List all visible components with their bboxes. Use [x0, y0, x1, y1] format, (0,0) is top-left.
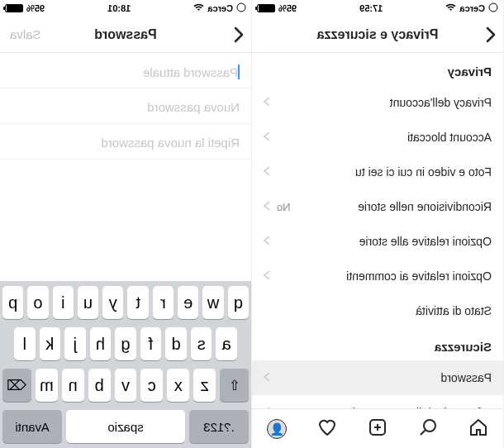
key-q[interactable]: q — [228, 286, 249, 319]
activity-tab-icon[interactable] — [317, 417, 337, 441]
placeholder-text: Ripeti la nuova password — [101, 136, 240, 150]
battery-icon — [257, 4, 275, 12]
row-label: Privacy dell'account — [390, 96, 492, 109]
key-t[interactable]: t — [128, 286, 149, 319]
row-saved-login[interactable]: Informazioni di accesso salvate — [252, 395, 503, 408]
search-tab-icon[interactable] — [418, 417, 438, 441]
location-icon — [488, 2, 498, 14]
chevron-right-icon — [264, 201, 270, 213]
battery-pct: 95% — [278, 3, 297, 13]
key-b[interactable]: b — [88, 369, 111, 402]
key-p[interactable]: p — [2, 286, 23, 319]
key-s[interactable]: s — [191, 327, 212, 360]
page-title: Password — [94, 27, 157, 42]
chevron-right-icon — [264, 131, 270, 144]
key-f[interactable]: f — [140, 327, 162, 360]
text-caret — [238, 64, 240, 79]
key-k[interactable]: k — [40, 327, 61, 360]
chevron-right-icon — [264, 372, 270, 384]
svg-point-1 — [424, 420, 435, 431]
key-z[interactable]: z — [193, 369, 216, 402]
row-story-options[interactable]: Opzioni relative alle storie — [252, 224, 503, 259]
carrier-label: Cerca — [459, 3, 485, 13]
key-d[interactable]: d — [165, 327, 187, 360]
status-time: 18:01 — [107, 3, 131, 13]
key-shift[interactable]: ⇧ — [220, 369, 249, 402]
key-y[interactable]: y — [102, 286, 123, 319]
key-next[interactable]: Avanti — [2, 410, 62, 443]
key-h[interactable]: h — [90, 327, 112, 360]
home-tab-icon[interactable] — [468, 417, 488, 441]
wifi-icon — [445, 3, 456, 13]
back-button[interactable] — [233, 26, 245, 43]
key-l[interactable]: l — [14, 327, 36, 360]
row-privacy-account[interactable]: Privacy dell'account — [252, 85, 503, 120]
key-numbers[interactable]: .?123 — [189, 410, 249, 443]
chevron-right-icon — [264, 97, 270, 109]
save-button[interactable]: Salva — [10, 27, 41, 41]
wifi-icon — [193, 3, 204, 13]
section-header-privacy: Privacy — [252, 53, 503, 85]
add-tab-icon[interactable] — [368, 417, 388, 441]
nav-header: Password Salva — [0, 17, 251, 53]
current-password-field[interactable]: Password attuale — [0, 53, 251, 88]
key-i[interactable]: i — [53, 286, 74, 319]
key-n[interactable]: n — [62, 369, 84, 402]
row-label: Stato di attività — [416, 304, 492, 317]
battery-icon — [5, 4, 23, 12]
status-bar: Cerca 17:59 95% — [252, 0, 503, 17]
key-j[interactable]: j — [64, 327, 86, 360]
key-m[interactable]: m — [36, 369, 58, 402]
key-v[interactable]: v — [115, 369, 137, 402]
battery-pct: 95% — [26, 3, 45, 13]
status-bar: Cerca 18:01 95% — [0, 0, 251, 17]
ios-keyboard: q w e r t y u i o p a s d f g h j k l ⇧ … — [0, 281, 251, 448]
key-u[interactable]: u — [78, 286, 98, 319]
row-blocked-accounts[interactable]: Account bloccati — [252, 120, 503, 155]
chevron-right-icon — [264, 166, 270, 179]
key-r[interactable]: r — [153, 286, 174, 319]
phone-password-screen: Cerca 18:01 95% Password Salva Password … — [0, 0, 252, 448]
password-form: Password attuale Nuova password Ripeti l… — [0, 53, 251, 281]
key-x[interactable]: x — [167, 369, 189, 402]
back-button[interactable] — [485, 26, 497, 43]
key-o[interactable]: o — [27, 286, 48, 319]
placeholder-text: Password attuale — [143, 65, 238, 79]
row-label: Password — [441, 371, 492, 384]
phone-privacy-screen: Cerca 17:59 95% Privacy e sicurezza Priv… — [252, 0, 504, 448]
row-label: Account bloccati — [407, 131, 492, 144]
settings-content: Privacy Privacy dell'account Account blo… — [252, 53, 503, 408]
row-label: Opzioni relative alle storie — [359, 235, 492, 248]
key-backspace[interactable]: ⌫ — [2, 369, 31, 402]
row-password[interactable]: Password — [252, 360, 503, 395]
nav-header: Privacy e sicurezza — [252, 17, 503, 53]
carrier-label: Cerca — [207, 3, 233, 13]
row-label: Ricondivisione nelle storie — [358, 200, 492, 213]
page-title: Privacy e sicurezza — [317, 27, 439, 42]
chevron-right-icon — [264, 236, 270, 248]
svg-point-0 — [489, 3, 497, 12]
key-a[interactable]: a — [216, 327, 237, 360]
placeholder-text: Nuova password — [147, 100, 240, 114]
profile-tab-avatar[interactable]: 👤 — [267, 419, 287, 439]
section-header-sicurezza: Sicurezza — [252, 328, 503, 360]
key-w[interactable]: w — [202, 286, 223, 319]
row-trailing: No — [277, 201, 291, 213]
row-photos-of-you[interactable]: Foto e video in cui ci sei tu — [252, 155, 503, 189]
key-e[interactable]: e — [178, 286, 198, 319]
row-activity-status[interactable]: Stato di attività — [252, 293, 503, 328]
row-story-resharing[interactable]: Ricondivisione nelle storie No — [252, 189, 503, 224]
status-time: 17:59 — [359, 3, 383, 13]
row-label: Foto e video in cui ci sei tu — [355, 165, 492, 179]
location-icon — [236, 2, 246, 14]
row-label: Opzioni relative ai commenti — [346, 269, 492, 283]
key-g[interactable]: g — [115, 327, 136, 360]
key-c[interactable]: c — [140, 369, 163, 402]
chevron-right-icon — [264, 270, 270, 283]
bottom-tab-bar: 👤 — [252, 408, 503, 448]
new-password-field[interactable]: Nuova password — [0, 88, 251, 124]
key-space[interactable]: spazio — [66, 410, 185, 443]
svg-point-3 — [237, 3, 245, 12]
repeat-password-field[interactable]: Ripeti la nuova password — [0, 124, 251, 160]
row-comment-options[interactable]: Opzioni relative ai commenti — [252, 259, 503, 293]
